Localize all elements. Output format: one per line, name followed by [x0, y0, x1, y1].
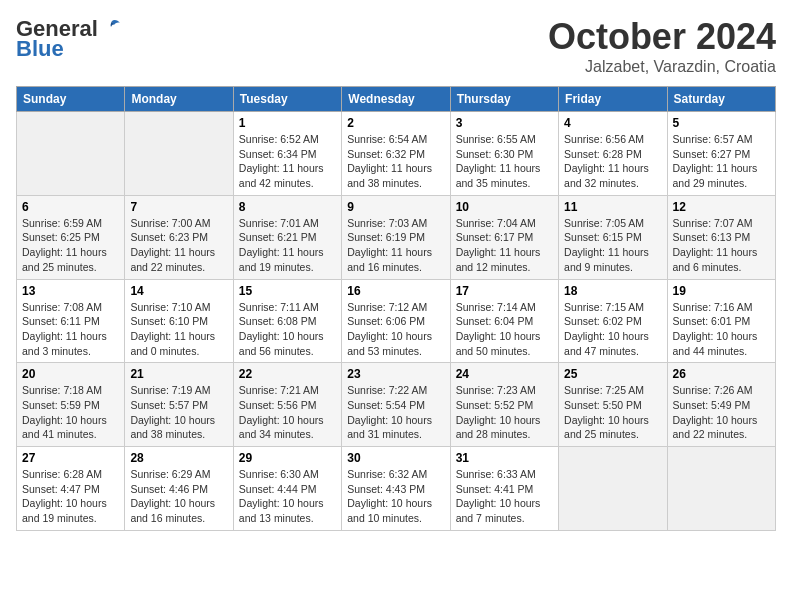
calendar-cell: 4Sunrise: 6:56 AMSunset: 6:28 PMDaylight…	[559, 112, 667, 196]
day-number: 23	[347, 367, 444, 381]
calendar-cell: 5Sunrise: 6:57 AMSunset: 6:27 PMDaylight…	[667, 112, 775, 196]
day-number: 21	[130, 367, 227, 381]
logo-blue-text: Blue	[16, 36, 64, 62]
day-number: 18	[564, 284, 661, 298]
day-number: 6	[22, 200, 119, 214]
day-info: Sunrise: 6:29 AMSunset: 4:46 PMDaylight:…	[130, 467, 227, 526]
calendar-cell: 31Sunrise: 6:33 AMSunset: 4:41 PMDayligh…	[450, 447, 558, 531]
col-header-thursday: Thursday	[450, 87, 558, 112]
day-info: Sunrise: 7:04 AMSunset: 6:17 PMDaylight:…	[456, 216, 553, 275]
calendar-cell: 2Sunrise: 6:54 AMSunset: 6:32 PMDaylight…	[342, 112, 450, 196]
calendar-cell: 23Sunrise: 7:22 AMSunset: 5:54 PMDayligh…	[342, 363, 450, 447]
calendar-cell: 15Sunrise: 7:11 AMSunset: 6:08 PMDayligh…	[233, 279, 341, 363]
day-number: 24	[456, 367, 553, 381]
day-number: 28	[130, 451, 227, 465]
day-info: Sunrise: 6:59 AMSunset: 6:25 PMDaylight:…	[22, 216, 119, 275]
calendar-cell: 28Sunrise: 6:29 AMSunset: 4:46 PMDayligh…	[125, 447, 233, 531]
col-header-tuesday: Tuesday	[233, 87, 341, 112]
page-header: General Blue October 2024 Jalzabet, Vara…	[16, 16, 776, 76]
day-info: Sunrise: 7:14 AMSunset: 6:04 PMDaylight:…	[456, 300, 553, 359]
day-number: 1	[239, 116, 336, 130]
calendar-week-row: 27Sunrise: 6:28 AMSunset: 4:47 PMDayligh…	[17, 447, 776, 531]
day-info: Sunrise: 7:11 AMSunset: 6:08 PMDaylight:…	[239, 300, 336, 359]
col-header-monday: Monday	[125, 87, 233, 112]
day-number: 2	[347, 116, 444, 130]
calendar-cell: 19Sunrise: 7:16 AMSunset: 6:01 PMDayligh…	[667, 279, 775, 363]
day-info: Sunrise: 7:19 AMSunset: 5:57 PMDaylight:…	[130, 383, 227, 442]
day-info: Sunrise: 6:33 AMSunset: 4:41 PMDaylight:…	[456, 467, 553, 526]
day-info: Sunrise: 6:32 AMSunset: 4:43 PMDaylight:…	[347, 467, 444, 526]
calendar-cell	[17, 112, 125, 196]
calendar-week-row: 20Sunrise: 7:18 AMSunset: 5:59 PMDayligh…	[17, 363, 776, 447]
calendar-cell: 7Sunrise: 7:00 AMSunset: 6:23 PMDaylight…	[125, 195, 233, 279]
day-info: Sunrise: 7:00 AMSunset: 6:23 PMDaylight:…	[130, 216, 227, 275]
day-info: Sunrise: 7:05 AMSunset: 6:15 PMDaylight:…	[564, 216, 661, 275]
day-number: 13	[22, 284, 119, 298]
calendar-cell: 11Sunrise: 7:05 AMSunset: 6:15 PMDayligh…	[559, 195, 667, 279]
day-number: 9	[347, 200, 444, 214]
calendar-cell: 18Sunrise: 7:15 AMSunset: 6:02 PMDayligh…	[559, 279, 667, 363]
day-number: 27	[22, 451, 119, 465]
day-number: 8	[239, 200, 336, 214]
day-info: Sunrise: 7:15 AMSunset: 6:02 PMDaylight:…	[564, 300, 661, 359]
calendar-week-row: 13Sunrise: 7:08 AMSunset: 6:11 PMDayligh…	[17, 279, 776, 363]
month-year-title: October 2024	[548, 16, 776, 58]
day-info: Sunrise: 6:54 AMSunset: 6:32 PMDaylight:…	[347, 132, 444, 191]
day-info: Sunrise: 7:26 AMSunset: 5:49 PMDaylight:…	[673, 383, 770, 442]
day-number: 19	[673, 284, 770, 298]
calendar-cell	[125, 112, 233, 196]
day-number: 4	[564, 116, 661, 130]
day-info: Sunrise: 7:03 AMSunset: 6:19 PMDaylight:…	[347, 216, 444, 275]
calendar-cell: 24Sunrise: 7:23 AMSunset: 5:52 PMDayligh…	[450, 363, 558, 447]
day-info: Sunrise: 7:23 AMSunset: 5:52 PMDaylight:…	[456, 383, 553, 442]
col-header-sunday: Sunday	[17, 87, 125, 112]
calendar-table: SundayMondayTuesdayWednesdayThursdayFrid…	[16, 86, 776, 531]
calendar-cell: 25Sunrise: 7:25 AMSunset: 5:50 PMDayligh…	[559, 363, 667, 447]
day-info: Sunrise: 6:28 AMSunset: 4:47 PMDaylight:…	[22, 467, 119, 526]
day-info: Sunrise: 7:22 AMSunset: 5:54 PMDaylight:…	[347, 383, 444, 442]
calendar-cell: 29Sunrise: 6:30 AMSunset: 4:44 PMDayligh…	[233, 447, 341, 531]
day-number: 30	[347, 451, 444, 465]
day-number: 7	[130, 200, 227, 214]
calendar-cell: 9Sunrise: 7:03 AMSunset: 6:19 PMDaylight…	[342, 195, 450, 279]
calendar-cell: 13Sunrise: 7:08 AMSunset: 6:11 PMDayligh…	[17, 279, 125, 363]
day-info: Sunrise: 7:16 AMSunset: 6:01 PMDaylight:…	[673, 300, 770, 359]
day-info: Sunrise: 6:52 AMSunset: 6:34 PMDaylight:…	[239, 132, 336, 191]
calendar-cell: 10Sunrise: 7:04 AMSunset: 6:17 PMDayligh…	[450, 195, 558, 279]
day-number: 5	[673, 116, 770, 130]
calendar-cell: 26Sunrise: 7:26 AMSunset: 5:49 PMDayligh…	[667, 363, 775, 447]
day-number: 31	[456, 451, 553, 465]
day-info: Sunrise: 7:08 AMSunset: 6:11 PMDaylight:…	[22, 300, 119, 359]
day-number: 16	[347, 284, 444, 298]
calendar-cell: 16Sunrise: 7:12 AMSunset: 6:06 PMDayligh…	[342, 279, 450, 363]
col-header-wednesday: Wednesday	[342, 87, 450, 112]
day-info: Sunrise: 7:07 AMSunset: 6:13 PMDaylight:…	[673, 216, 770, 275]
day-number: 29	[239, 451, 336, 465]
col-header-saturday: Saturday	[667, 87, 775, 112]
day-info: Sunrise: 7:25 AMSunset: 5:50 PMDaylight:…	[564, 383, 661, 442]
calendar-cell: 14Sunrise: 7:10 AMSunset: 6:10 PMDayligh…	[125, 279, 233, 363]
day-number: 3	[456, 116, 553, 130]
calendar-cell: 8Sunrise: 7:01 AMSunset: 6:21 PMDaylight…	[233, 195, 341, 279]
calendar-cell	[559, 447, 667, 531]
day-number: 22	[239, 367, 336, 381]
location-subtitle: Jalzabet, Varazdin, Croatia	[548, 58, 776, 76]
day-info: Sunrise: 6:56 AMSunset: 6:28 PMDaylight:…	[564, 132, 661, 191]
day-info: Sunrise: 7:01 AMSunset: 6:21 PMDaylight:…	[239, 216, 336, 275]
calendar-cell: 30Sunrise: 6:32 AMSunset: 4:43 PMDayligh…	[342, 447, 450, 531]
logo-bird-icon	[100, 17, 122, 39]
col-header-friday: Friday	[559, 87, 667, 112]
calendar-cell: 22Sunrise: 7:21 AMSunset: 5:56 PMDayligh…	[233, 363, 341, 447]
calendar-cell	[667, 447, 775, 531]
day-info: Sunrise: 6:30 AMSunset: 4:44 PMDaylight:…	[239, 467, 336, 526]
day-number: 10	[456, 200, 553, 214]
day-info: Sunrise: 7:10 AMSunset: 6:10 PMDaylight:…	[130, 300, 227, 359]
calendar-cell: 21Sunrise: 7:19 AMSunset: 5:57 PMDayligh…	[125, 363, 233, 447]
calendar-week-row: 6Sunrise: 6:59 AMSunset: 6:25 PMDaylight…	[17, 195, 776, 279]
day-number: 11	[564, 200, 661, 214]
calendar-cell: 17Sunrise: 7:14 AMSunset: 6:04 PMDayligh…	[450, 279, 558, 363]
calendar-cell: 12Sunrise: 7:07 AMSunset: 6:13 PMDayligh…	[667, 195, 775, 279]
day-number: 17	[456, 284, 553, 298]
calendar-cell: 20Sunrise: 7:18 AMSunset: 5:59 PMDayligh…	[17, 363, 125, 447]
day-info: Sunrise: 7:18 AMSunset: 5:59 PMDaylight:…	[22, 383, 119, 442]
